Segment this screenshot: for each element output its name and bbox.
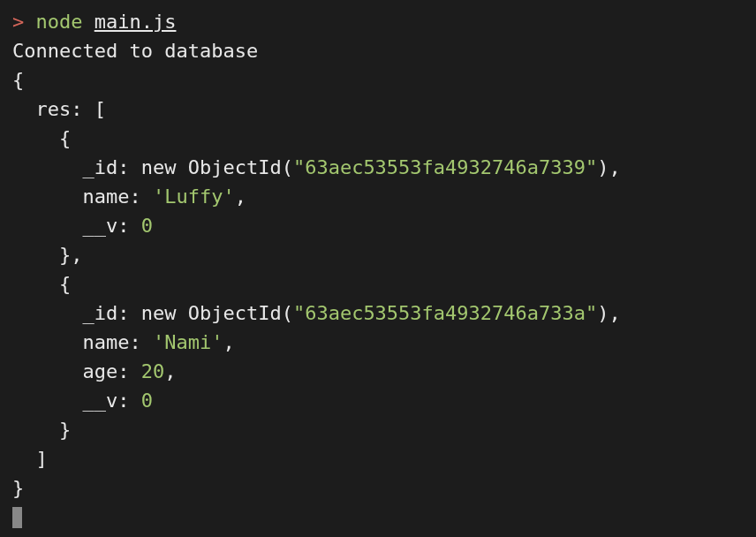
output-obj1-id: _id: new ObjectId("63aec53553fa4932746a7… bbox=[12, 153, 744, 182]
command-file: main.js bbox=[94, 11, 177, 33]
output-obj2-close: } bbox=[12, 415, 744, 444]
output-obj2-id: _id: new ObjectId("63aec53553fa4932746a7… bbox=[12, 299, 744, 328]
command-node: node bbox=[36, 11, 83, 33]
command-line: > node main.js bbox=[12, 7, 744, 36]
output-obj2-age: age: 20, bbox=[12, 357, 744, 386]
output-obj1-open: { bbox=[12, 124, 744, 153]
output-connected: Connected to database bbox=[12, 36, 744, 65]
cursor-icon bbox=[12, 507, 22, 528]
output-obj2-open: { bbox=[12, 269, 744, 299]
output-obj2-v: __v: 0 bbox=[12, 386, 744, 415]
output-obj2-name: name: 'Nami', bbox=[12, 328, 744, 357]
output-array-close: ] bbox=[12, 444, 744, 473]
prompt-symbol: > bbox=[12, 11, 24, 33]
output-obj1-v: __v: 0 bbox=[12, 211, 744, 240]
output-open-brace: { bbox=[12, 65, 744, 95]
cursor-line[interactable] bbox=[12, 503, 744, 532]
output-res-label: res: [ bbox=[12, 95, 744, 124]
output-obj1-close: }, bbox=[12, 240, 744, 269]
output-close-brace: } bbox=[12, 473, 744, 503]
output-obj1-name: name: 'Luffy', bbox=[12, 182, 744, 211]
